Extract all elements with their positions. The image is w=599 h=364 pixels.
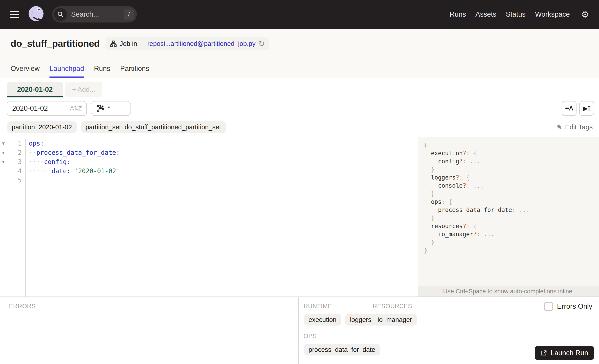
schema-line: }	[424, 190, 599, 198]
fold-gutter: ▼▼▼	[0, 139, 7, 296]
code-token: : ...	[466, 182, 484, 189]
chip-loggers: loggers	[345, 314, 376, 326]
top-navbar: / RunsAssetsStatusWorkspace ⚙	[0, 0, 599, 29]
schema-line: }	[424, 238, 599, 246]
scaffold-icon: ▶▯	[583, 105, 590, 112]
nav-link-workspace[interactable]: Workspace	[535, 10, 570, 18]
meta-group-ops: OPSprocess_data_for_date	[304, 333, 373, 355]
code-token: : {	[466, 223, 477, 229]
schema-line: ops: {	[424, 198, 599, 206]
global-search[interactable]: /	[52, 6, 137, 23]
line-number: 4	[7, 166, 22, 176]
scaffold-config-button[interactable]: ▶▯	[579, 101, 594, 116]
job-file-link[interactable]: __reposi...artitioned@partitioned_job.py	[140, 40, 255, 47]
refresh-icon[interactable]: ↻	[258, 40, 265, 47]
launch-run-label: Launch Run	[551, 349, 588, 357]
code-token: }	[431, 190, 434, 197]
code-token: ?	[463, 223, 466, 229]
schema-line: process_data_for_date: ...	[424, 206, 599, 214]
partition-select-field[interactable]: A⇅Z	[7, 101, 87, 116]
navbar-links: RunsAssetsStatusWorkspace	[449, 10, 570, 18]
schema-body: {execution?: {config?: ...}loggers?: {co…	[418, 137, 599, 286]
code-token: process_data_for_date	[438, 207, 512, 213]
code-token: : {	[459, 174, 470, 181]
fold-cell-empty	[0, 176, 7, 185]
job-graph-icon	[110, 40, 117, 47]
code-token: ?	[463, 182, 466, 189]
code-token: : {	[441, 199, 452, 205]
errors-only-checkbox[interactable]	[544, 302, 553, 311]
tab-runs[interactable]: Runs	[94, 65, 110, 78]
errors-panel: ERRORS	[0, 297, 299, 364]
line-number: 2	[7, 148, 22, 157]
code-token: : ...	[512, 207, 529, 213]
code-token: loggers	[431, 174, 456, 181]
schema-line: config?: ...	[424, 157, 599, 165]
fold-toggle-icon[interactable]: ▼	[0, 157, 7, 166]
code-token: }	[431, 215, 434, 221]
errors-label: ERRORS	[9, 303, 298, 310]
run-meta-panel: RUNTIMEexecutionloggersRESOURCESio_manag…	[299, 297, 599, 364]
code-token: date:	[52, 167, 70, 175]
code-token: console	[438, 182, 463, 189]
partition-tab-2020-01-02[interactable]: 2020-01-02	[7, 82, 63, 97]
code-token: ?	[463, 150, 466, 156]
code-token: '2020-01-02'	[70, 167, 120, 175]
code-token: execution	[431, 150, 463, 156]
tab-overview[interactable]: Overview	[11, 65, 40, 78]
nav-link-assets[interactable]: Assets	[476, 10, 496, 18]
chip-io_manager: io_manager	[373, 314, 417, 326]
yaml-code-area[interactable]: ops:··process_data_for_date:····config:·…	[26, 139, 418, 296]
tab-launchpad[interactable]: Launchpad	[50, 65, 84, 78]
editor-split: ▼▼▼ 12345 ops:··process_data_for_date:··…	[0, 137, 599, 296]
schema-line: io_manager?: ...	[424, 230, 599, 238]
job-origin-badge: Job in __reposi...artitioned@partitioned…	[106, 37, 269, 50]
config-row-spacer	[135, 101, 558, 117]
fold-toggle-icon[interactable]: ▼	[0, 148, 7, 157]
partition-input[interactable]	[12, 104, 62, 113]
code-line	[29, 176, 418, 185]
autocomplete-button[interactable]: ••A	[562, 101, 576, 116]
launch-run-button[interactable]: Launch Run	[535, 346, 594, 360]
edit-tags-button[interactable]: ✎ Edit Tags	[556, 123, 593, 131]
meta-label-ops: OPS	[304, 333, 373, 340]
search-input[interactable]	[71, 10, 124, 18]
tags-row: partition: 2020-01-02partition_set: do_s…	[0, 117, 599, 137]
code-token: process_data_for_date:	[36, 149, 120, 156]
code-token: ····	[29, 158, 44, 165]
gear-icon[interactable]: ⚙	[581, 10, 589, 19]
errors-only-toggle[interactable]: Errors Only	[544, 302, 592, 311]
code-token: ops:	[29, 140, 44, 147]
schema-line: {	[424, 141, 599, 149]
meta-group-runtime: RUNTIMEexecutionloggers	[304, 303, 373, 326]
code-token: }	[431, 239, 434, 246]
bottom-panel: ERRORS RUNTIMEexecutionloggersRESOURCESi…	[0, 296, 599, 364]
config-editor[interactable]: ▼▼▼ 12345 ops:··process_data_for_date:··…	[0, 137, 418, 296]
job-tabs: OverviewLaunchpadRunsPartitions	[11, 65, 149, 78]
tab-partitions[interactable]: Partitions	[120, 65, 149, 78]
fold-toggle-icon[interactable]: ▼	[0, 139, 7, 148]
op-selector-input[interactable]	[107, 104, 121, 113]
code-line: ····config:	[29, 157, 418, 166]
code-token: io_manager	[438, 231, 474, 238]
sort-alpha-icon[interactable]: A⇅Z	[70, 105, 81, 112]
chip-row: process_data_for_date	[304, 344, 373, 355]
autocomplete-icon: ••A	[565, 105, 573, 112]
code-line: ······date: '2020-01-02'	[29, 166, 418, 176]
menu-icon[interactable]	[10, 11, 19, 18]
chip-row: io_manager	[373, 314, 599, 326]
config-schema-panel: {execution?: {config?: ...}loggers?: {co…	[418, 137, 599, 296]
errors-only-label: Errors Only	[557, 302, 592, 311]
tag-list: partition: 2020-01-02partition_set: do_s…	[7, 121, 229, 133]
code-token: : ...	[477, 231, 494, 238]
schema-line: resources?: {	[424, 222, 599, 230]
code-token: : {	[466, 150, 477, 156]
code-line: ops:	[29, 139, 418, 148]
code-token: : ...	[463, 158, 480, 165]
op-selector-field[interactable]	[91, 101, 131, 116]
nav-link-status[interactable]: Status	[506, 10, 526, 18]
dagster-logo-icon[interactable]	[27, 5, 46, 24]
add-config-tab[interactable]: + Add...	[65, 82, 103, 97]
nav-link-runs[interactable]: Runs	[449, 10, 466, 18]
chip-row: executionloggers	[304, 314, 373, 326]
